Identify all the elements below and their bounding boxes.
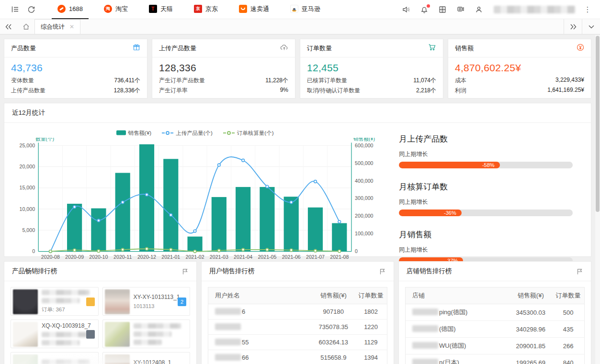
name-cell: WU(德国) [406, 338, 509, 354]
product-card[interactable]: XY-XY-1013113_110131132 [102, 287, 191, 316]
column-header: 订单数量 [552, 287, 584, 304]
product-card[interactable]: 订单: 367 [11, 287, 99, 316]
svg-text:600,000: 600,000 [355, 143, 374, 148]
platform-tab-tmall[interactable]: T天猫 [143, 0, 179, 19]
monthly-stats-panel: 近12月统计 销售额(¥)上传产品量(个)订单核算量(个) 05,00010,0… [4, 103, 591, 257]
scroll-tabs-left-icon[interactable] [0, 19, 17, 34]
name-cell: n(日本) [406, 354, 509, 364]
product-image [13, 354, 38, 364]
scrollbar-thumb[interactable] [596, 36, 600, 212]
shops-panel-title: 店铺销售排行榜 [407, 267, 452, 276]
growth-progress-track: -36% [399, 210, 573, 216]
growth-title: 月上传产品数 [399, 133, 573, 144]
svg-text:2021-06: 2021-06 [282, 254, 301, 260]
collapse-menu-icon[interactable] [7, 0, 23, 19]
platform-tab-1688[interactable]: 1688 [52, 0, 89, 19]
growth-label: 同上期增长 [399, 246, 573, 254]
redacted-text-line [134, 323, 181, 329]
flag-icon[interactable] [576, 268, 583, 275]
growth-label: 同上期增长 [399, 150, 573, 158]
sales-cell: 345300.03 [509, 304, 552, 321]
apps-grid-icon[interactable] [434, 0, 451, 19]
svg-text:2020-08: 2020-08 [41, 254, 60, 260]
platform-tab-taobao[interactable]: 淘淘宝 [98, 0, 134, 19]
stat-card-title: 销售额 [455, 44, 474, 53]
sales-cell: 199265.69 [509, 354, 552, 364]
more-menu-icon[interactable]: ⋮ [582, 5, 593, 14]
table-row[interactable]: 55603264.131129 [208, 335, 387, 350]
table-row[interactable]: 735078.351220 [208, 320, 387, 335]
vertical-scrollbar[interactable] [595, 35, 600, 364]
table-row[interactable]: 66515658.91394 [208, 350, 387, 364]
notifications-bell-icon[interactable] [416, 0, 432, 19]
svg-text:2021-08: 2021-08 [330, 254, 349, 260]
table-row[interactable]: WU(德国)209001.85266 [406, 338, 585, 354]
svg-text:400,000: 400,000 [355, 178, 374, 184]
table-row[interactable]: n(日本)199265.69840 [406, 354, 585, 364]
product-badge: 2 [178, 298, 186, 306]
table-row[interactable]: ping(德国)345300.03500 [406, 304, 585, 321]
stat-card-subrow: 利润1,641,169.25¥ [448, 86, 591, 96]
sales-cell: 907180 [312, 304, 355, 320]
redacted-name [412, 342, 438, 349]
tab-composite-statistics[interactable]: 综合统计 ✕ [34, 19, 80, 34]
product-card[interactable]: XQ-XQ-1003918_7 [11, 320, 99, 348]
growth-block-3: 月销售额同上期增长-37% [399, 229, 573, 264]
stat-card-subrow: 上传产品数量128,336个 [4, 86, 147, 96]
orders-cell: 1802 [355, 304, 387, 320]
svg-text:2020-09: 2020-09 [65, 254, 84, 260]
amazon-favicon-icon: a [290, 5, 298, 13]
svg-text:100,000: 100,000 [355, 231, 374, 236]
name-cell: 55 [208, 335, 312, 350]
svg-text:5,000: 5,000 [22, 227, 35, 233]
stat-card-title: 订单数量 [307, 44, 332, 53]
flag-icon[interactable] [181, 268, 189, 275]
growth-label: 同上期增长 [399, 198, 573, 206]
svg-text:15,000: 15,000 [20, 185, 35, 190]
product-card[interactable] [102, 320, 191, 348]
product-card[interactable]: XY-1012408_1 [102, 352, 191, 364]
chart-legend: 销售额(¥)上传产品量(个)订单核算量(个) [7, 126, 383, 138]
legend-item[interactable]: 销售额(¥) [116, 130, 152, 137]
stat-card-value: 128,336 [152, 57, 295, 76]
tab-label: 综合统计 [41, 23, 65, 31]
shop-sales-ranking-panel: 店铺销售排行榜 店铺销售额(¥)订单数量ping(德国)345300.03500… [398, 261, 591, 364]
subrow-label: 已核算订单数量 [307, 77, 347, 85]
refresh-icon[interactable] [23, 0, 39, 19]
table-row[interactable]: (德国)340298.96435 [406, 321, 585, 338]
subrow-label: 变体数量 [11, 77, 34, 85]
support-headset-icon[interactable] [453, 0, 469, 19]
home-tab-icon[interactable] [17, 19, 34, 34]
tabs-dropdown-icon[interactable] [582, 19, 600, 34]
subrow-value: 11,228个 [265, 77, 288, 85]
product-badge [86, 298, 95, 306]
scroll-tabs-right-icon[interactable] [564, 19, 582, 34]
platform-tab-aliexpress[interactable]: 速卖通 [233, 0, 275, 19]
legend-bar-swatch [116, 130, 126, 136]
user-profile-icon[interactable] [471, 0, 487, 19]
platform-tab-jd[interactable]: 京京东 [188, 0, 224, 19]
product-image [105, 289, 130, 314]
legend-item[interactable]: 订单核算量(个) [223, 130, 274, 137]
orders-cell: 266 [552, 338, 584, 354]
product-subtext: 订单: 367 [42, 306, 96, 313]
subrow-label: 成本 [455, 77, 466, 85]
subrow-value: 3,229,433¥ [555, 77, 584, 85]
name-cell: 66 [208, 350, 312, 364]
table-row[interactable]: 69071801802 [208, 304, 387, 320]
product-card[interactable] [11, 352, 99, 364]
legend-item[interactable]: 上传产品量(个) [162, 130, 213, 137]
platform-tab-label: 亚马逊 [302, 5, 320, 13]
product-code: XQ-XQ-1003918_7 [42, 322, 96, 329]
tab-close-icon[interactable]: ✕ [69, 23, 74, 30]
svg-text:销售额(¥): 销售额(¥) [353, 138, 375, 142]
stat-card-subrow: 产生订单产品数量11,228个 [152, 76, 295, 86]
stat-card-3: 订单数量12,455已核算订单数量11,074个取消/待确认订单数量2,218个 [300, 39, 443, 99]
redacted-name [412, 325, 438, 332]
flag-icon[interactable] [379, 268, 386, 275]
platform-tab-amazon[interactable]: a亚马逊 [284, 0, 326, 19]
legend-label: 上传产品量(个) [176, 130, 213, 137]
announcement-icon[interactable] [398, 0, 414, 19]
platform-tabs: 1688淘淘宝T天猫京京东速卖通a亚马逊 [47, 0, 331, 19]
orders-cell: 500 [552, 304, 584, 321]
